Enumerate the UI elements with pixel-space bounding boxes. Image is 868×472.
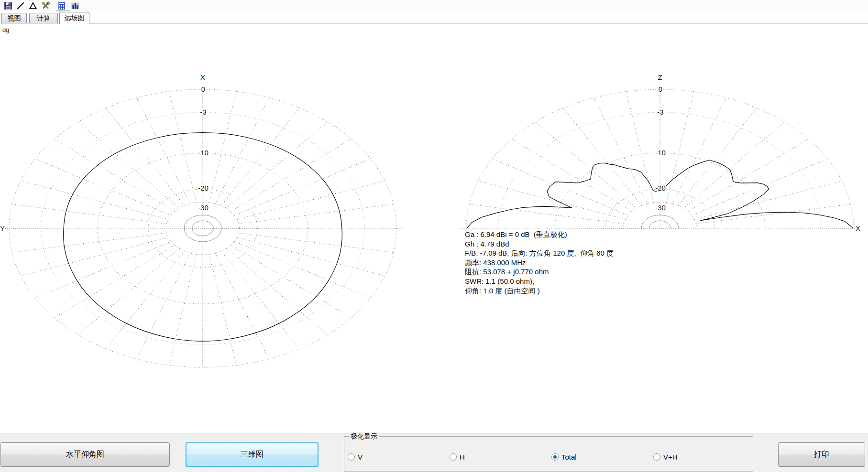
radio-vh-circle[interactable]	[653, 453, 660, 461]
polarization-groupbox-title: 极化显示	[349, 432, 379, 441]
radio-vh-label: V+H	[663, 453, 678, 461]
save-icon[interactable]	[4, 1, 12, 10]
grid-spoke	[688, 139, 809, 212]
azimuth-pattern-group: 0-3-10-20-30XY	[0, 73, 402, 367]
grid-spoke	[35, 159, 171, 215]
grid-spoke	[209, 91, 236, 202]
grid-spoke	[12, 204, 167, 224]
chart-icon[interactable]	[71, 1, 79, 10]
grid-spoke	[696, 204, 851, 224]
grid-spoke	[136, 253, 190, 359]
axis-side-label: Y	[0, 224, 5, 232]
info-frequency-line: 频率: 438.000 MHz	[465, 258, 614, 268]
ring-tick-label: -30	[198, 204, 209, 212]
triangle-icon[interactable]	[29, 1, 37, 10]
grid-ring	[98, 153, 308, 304]
tab-view[interactable]: 视图	[1, 13, 27, 23]
grid-spoke	[234, 159, 370, 215]
grid-spoke	[215, 98, 269, 204]
grid-spoke	[239, 233, 394, 253]
grid-ring	[41, 112, 365, 344]
ring-tick-label: 0	[659, 85, 662, 93]
grid-ring	[148, 189, 257, 268]
grid-spoke	[78, 122, 179, 208]
tab-calculate[interactable]: 计算	[29, 13, 58, 23]
grid-spoke	[694, 181, 842, 219]
axis-side-label: X	[856, 224, 860, 232]
radio-total-circle[interactable]	[551, 453, 559, 461]
radio-h-circle[interactable]	[450, 453, 457, 461]
grid-spoke	[221, 108, 299, 205]
grid-spoke	[78, 248, 179, 335]
grid-spoke	[226, 122, 327, 208]
grid-spoke	[231, 139, 352, 212]
three-d-plot-button[interactable]: 三维图	[186, 442, 319, 467]
info-impedance-line: 阻抗: 53.078 + j0.770 ohm	[465, 267, 614, 277]
ring-tick-label: -3	[657, 108, 663, 116]
calculator-icon[interactable]	[57, 1, 66, 10]
grid-spoke	[512, 139, 632, 212]
radio-v-circle[interactable]	[348, 453, 355, 461]
info-swr-line: SWR: 1.1 (50.0 ohm),	[465, 277, 614, 286]
draw-line-icon[interactable]	[16, 1, 25, 10]
grid-spoke	[666, 91, 693, 202]
grid-spoke	[21, 181, 168, 219]
bottom-panel: 水平仰角图 三维图 极化显示 V H Total V+H 打印	[0, 433, 868, 472]
tab-far-field[interactable]: 远场图	[59, 12, 89, 24]
grid-spoke	[21, 237, 168, 276]
grid-spoke	[692, 159, 827, 215]
radio-h[interactable]: H	[450, 453, 465, 461]
inner-solid-ring	[184, 215, 221, 242]
grid-spoke	[478, 181, 626, 219]
antenna-info-block: Ga : 6.94 dBi = 0 dB (垂直极化) Gh : 4.79 dB…	[465, 230, 614, 295]
grid-spoke	[169, 254, 197, 365]
info-gain-line: Ga : 6.94 dBi = 0 dB (垂直极化)	[465, 230, 614, 239]
ring-tick-label: -3	[200, 108, 206, 116]
elevation-pattern-group: 0-3-10-20-30ZX	[461, 73, 860, 232]
grid-spoke	[215, 253, 269, 359]
grid-spoke	[106, 108, 184, 205]
grid-spoke	[234, 242, 370, 298]
grid-spoke	[226, 248, 327, 335]
ring-tick-label: -30	[655, 204, 666, 212]
radio-vh[interactable]: V+H	[653, 453, 678, 461]
grid-spoke	[536, 122, 637, 208]
grid-spoke	[106, 251, 184, 349]
ring-tick-label: -20	[198, 184, 209, 192]
grid-spoke	[239, 204, 394, 224]
ring-tick-label: -10	[655, 149, 666, 157]
grid-spoke	[683, 122, 784, 208]
grid-spoke	[209, 254, 236, 365]
grid-spoke	[626, 91, 654, 202]
tab-strip: 视图 计算 远场图	[0, 11, 868, 23]
tools-icon[interactable]	[41, 1, 50, 10]
grid-spoke	[35, 242, 171, 298]
ring-tick-label: -20	[655, 184, 666, 192]
radio-h-label: H	[460, 453, 465, 461]
corner-label: dg	[2, 26, 9, 33]
grid-spoke	[136, 98, 190, 204]
info-fb-line: F/B: -7.09 dB; 后向: 方位角 120 度, 仰角 60 度	[465, 248, 614, 258]
print-button[interactable]: 打印	[778, 442, 865, 467]
toolbar	[0, 0, 868, 11]
ring-tick-label: 0	[201, 85, 205, 93]
info-gh-line: Gh : 4.79 dBd	[465, 239, 614, 249]
grid-spoke	[55, 139, 175, 212]
grid-ring	[9, 89, 396, 367]
radio-v[interactable]: V	[348, 453, 363, 461]
grid-spoke	[237, 237, 385, 276]
axis-top-label: X	[200, 73, 205, 81]
grid-spoke	[55, 245, 175, 318]
inner-solid-ring	[641, 215, 679, 228]
polarization-groupbox: 极化显示	[344, 436, 753, 472]
grid-spoke	[169, 91, 197, 202]
grid-spoke	[492, 159, 628, 215]
axis-top-label: Z	[658, 73, 662, 81]
far-field-plots-canvas: 0-3-10-20-30XY0-3-10-20-30ZX	[0, 0, 868, 472]
horizontal-elevation-plot-button[interactable]: 水平仰角图	[0, 442, 170, 467]
grid-spoke	[672, 98, 726, 204]
radio-total[interactable]: Total	[551, 453, 577, 461]
grid-spoke	[12, 233, 167, 253]
grid-spoke	[221, 251, 299, 349]
grid-spoke	[237, 181, 385, 219]
